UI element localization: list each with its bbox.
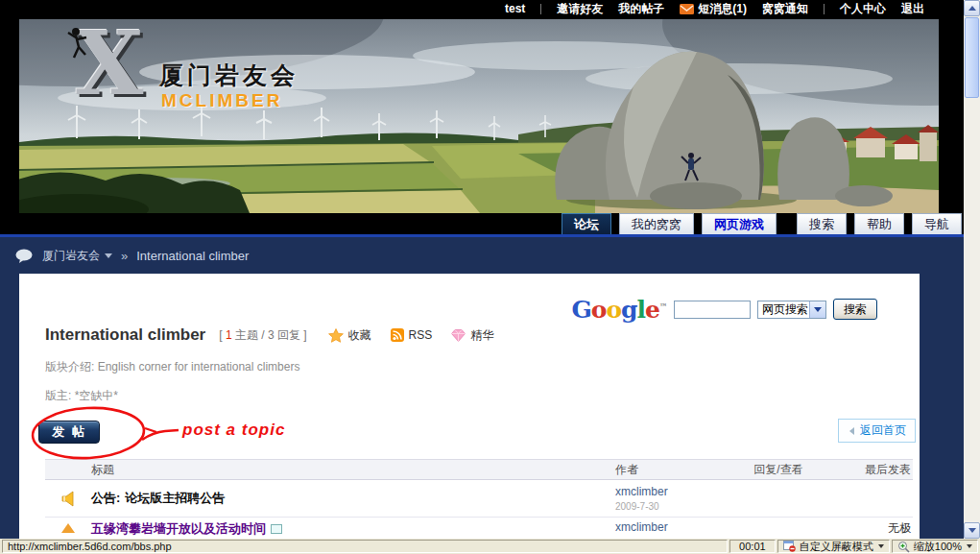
- menu-short-messages[interactable]: 短消息(1): [680, 1, 747, 17]
- forum-moderator: 版主: *空缺中*: [45, 388, 920, 404]
- nav-tab-bar: 论坛 我的窝窝 网页游戏 搜索 帮助 导航: [0, 213, 980, 237]
- forum-panel: Google™ 网页搜索 搜索 International climber [ …: [19, 274, 920, 539]
- envelope-icon: [680, 4, 694, 14]
- google-logo: Google™: [571, 298, 667, 322]
- select-arrow-button[interactable]: [809, 301, 825, 318]
- scroll-down-button[interactable]: [964, 522, 980, 539]
- moderator-label: 版主:: [45, 389, 71, 402]
- topic-prefix: 公告:: [91, 491, 120, 505]
- search-scope-select[interactable]: 网页搜索: [757, 301, 826, 319]
- search-scope-value: 网页搜索: [762, 301, 808, 318]
- favorite-label: 收藏: [348, 327, 371, 344]
- tab-sitemap[interactable]: 导航: [912, 213, 962, 234]
- username-link[interactable]: test: [505, 2, 525, 15]
- menu-my-posts[interactable]: 我的帖子: [618, 1, 664, 17]
- digest-label: 精华: [470, 327, 493, 344]
- forum-stats: [ 1 主题 / 3 回复 ]: [219, 327, 306, 344]
- header-title: 标题: [91, 462, 615, 478]
- header-last-post: 最后发表: [826, 462, 913, 478]
- zoom-control[interactable]: 缩放100%: [892, 540, 978, 553]
- ad-blocker-icon: [783, 541, 796, 552]
- gem-icon: [451, 329, 466, 342]
- scroll-up-button[interactable]: [964, 0, 980, 16]
- google-letter: G: [571, 296, 590, 324]
- tab-my-space[interactable]: 我的窝窝: [619, 213, 694, 234]
- site-logo[interactable]: X 厦门岩友会 MCLIMBER: [52, 23, 359, 119]
- ad-block-mode-label: 自定义屏蔽模式: [800, 540, 873, 554]
- forum-actions-row: 发 帖 post a topic 返回首页: [19, 419, 920, 446]
- browser-page: test 邀请好友 我的帖子 短消息(1) 窝窝通知 个人中心 退出: [0, 0, 980, 554]
- status-bar: http://xmclimber.5d6d.com/bbs.php 00:01 …: [0, 539, 980, 554]
- star-icon: [328, 328, 344, 343]
- rss-link[interactable]: RSS: [391, 328, 433, 342]
- arrow-left-icon: [846, 427, 854, 435]
- author-link[interactable]: xmclimber: [615, 485, 668, 498]
- favorite-link[interactable]: 收藏: [328, 327, 371, 344]
- google-search-input[interactable]: [674, 301, 751, 319]
- forum-title: International climber: [45, 325, 205, 345]
- header-replies: 回复/查看: [730, 462, 826, 478]
- breadcrumb-root-label: 厦门岩友会: [42, 248, 100, 264]
- divider: [824, 4, 825, 14]
- topic-title-text: 五缘湾攀岩墙开放以及活动时间: [91, 520, 266, 538]
- topic-table: 标题 作者 回复/查看 最后发表 公告:论坛版主招聘公告: [45, 459, 913, 550]
- topic-link[interactable]: 公告:论坛版主招聘公告: [91, 491, 225, 505]
- speech-bubble-icon: [15, 249, 34, 263]
- google-tm: ™: [659, 301, 667, 310]
- content-background: Google™ 网页搜索 搜索 International climber [ …: [0, 274, 980, 539]
- google-letter: o: [606, 296, 621, 324]
- google-letter: o: [591, 296, 607, 324]
- last-poster-link[interactable]: 无极: [888, 521, 911, 535]
- banner-photo: X 厦门岩友会 MCLIMBER: [19, 19, 939, 213]
- back-to-home-link[interactable]: 返回首页: [838, 419, 916, 443]
- google-letter: g: [621, 296, 636, 324]
- moderator-value: *空缺中*: [75, 389, 118, 402]
- topic-link[interactable]: 五缘湾攀岩墙开放以及活动时间: [91, 520, 282, 538]
- author-link[interactable]: xmclimber: [615, 520, 668, 534]
- chevron-down-icon: [878, 544, 884, 551]
- climber-logo-icon: [65, 25, 94, 65]
- menu-logout[interactable]: 退出: [901, 1, 924, 17]
- forum-header-actions: 收藏 RSS: [328, 327, 494, 344]
- header-author: 作者: [615, 462, 730, 478]
- menu-user-center[interactable]: 个人中心: [840, 1, 886, 17]
- forum-intro: 版块介绍: English corner for international c…: [45, 359, 920, 375]
- stats-bracket: [: [219, 328, 226, 342]
- status-timer: 00:01: [729, 540, 776, 553]
- tab-web-games[interactable]: 网页游戏: [702, 213, 777, 234]
- menu-notifications[interactable]: 窝窝通知: [762, 1, 808, 17]
- digest-link[interactable]: 精华: [451, 327, 493, 344]
- breadcrumb-root[interactable]: 厦门岩友会: [42, 248, 112, 264]
- zoom-label: 缩放100%: [914, 540, 962, 554]
- divider: [540, 4, 541, 14]
- top-user-bar: test 邀请好友 我的帖子 短消息(1) 窝窝通知 个人中心 退出: [0, 0, 980, 17]
- vertical-scrollbar[interactable]: [964, 0, 980, 539]
- announcement-horn-icon: [60, 491, 77, 507]
- breadcrumb-current[interactable]: International climber: [136, 249, 249, 263]
- breadcrumb: 厦门岩友会 » International climber: [0, 237, 980, 274]
- topic-date: 2009-7-30: [615, 501, 730, 512]
- chevron-down-icon: [967, 544, 972, 551]
- tab-forum[interactable]: 论坛: [562, 213, 611, 234]
- menu-short-messages-label: 短消息(1): [698, 1, 747, 17]
- status-url: http://xmclimber.5d6d.com/bbs.php: [2, 540, 728, 553]
- ad-block-mode-control[interactable]: 自定义屏蔽模式: [777, 540, 890, 553]
- arrow-down-icon: [968, 528, 976, 537]
- post-topic-button[interactable]: 发 帖: [38, 421, 100, 444]
- forum-header: International climber [ 1 主题 / 3 回复 ] 收藏: [45, 325, 920, 345]
- image-attachment-icon: [271, 524, 282, 534]
- rss-label: RSS: [409, 328, 433, 342]
- topics-count: 1: [226, 328, 232, 342]
- tab-help[interactable]: 帮助: [854, 213, 904, 234]
- scrollbar-thumb[interactable]: [965, 17, 979, 98]
- menu-invite-friends[interactable]: 邀请好友: [557, 1, 603, 17]
- stats-rest: 主题 / 3 回复 ]: [232, 328, 307, 342]
- topic-triangle-icon: [61, 517, 75, 533]
- banner-area: X 厦门岩友会 MCLIMBER: [0, 17, 980, 213]
- rss-icon: [391, 328, 404, 342]
- google-search-button[interactable]: 搜索: [833, 299, 877, 320]
- google-letter: e: [645, 296, 659, 324]
- tab-search[interactable]: 搜索: [797, 213, 847, 234]
- topic-title-text: 论坛版主招聘公告: [125, 491, 225, 505]
- forum-intro-text: English corner for international climber…: [98, 360, 300, 373]
